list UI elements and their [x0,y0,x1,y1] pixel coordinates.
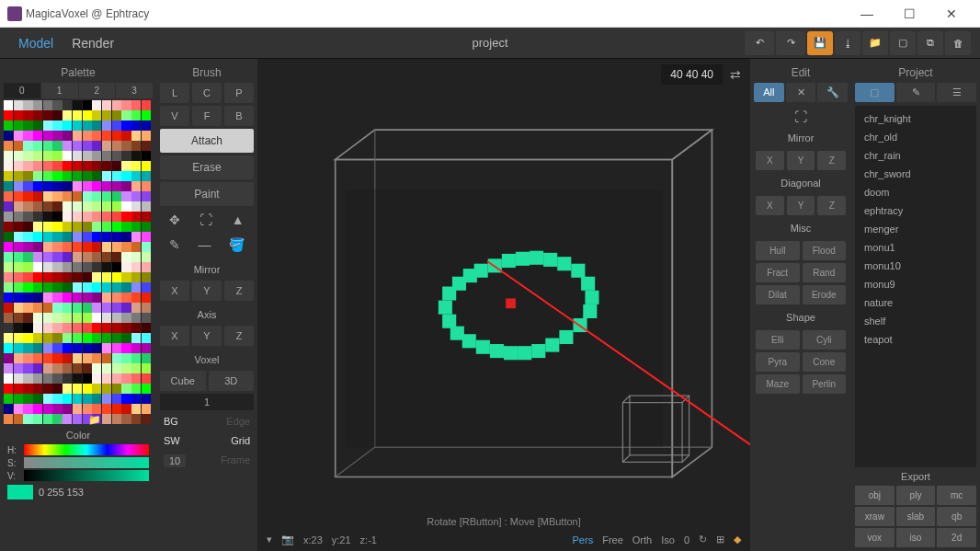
viewport[interactable]: 40 40 40 ⇄ [257,59,750,551]
bg-toggle[interactable]: BG [164,416,178,427]
btn-dilat[interactable]: Dilat [756,285,800,304]
camera-icon[interactable]: 📷 [281,534,294,545]
btn-maze[interactable]: Maze [756,374,800,394]
brush-V[interactable]: V [160,106,189,126]
export-iso[interactable]: iso [896,528,936,547]
copy-button[interactable]: ⧉ [917,31,943,55]
palette-export-icon[interactable]: ⭳ [56,414,66,426]
move-icon[interactable]: ✥ [169,212,180,227]
hue-slider[interactable] [24,444,149,455]
maximize-button[interactable]: ☐ [888,0,930,28]
edge-toggle[interactable]: Edge [226,416,250,427]
export-vox[interactable]: vox [855,528,895,547]
grid-num[interactable]: 10 [164,454,186,467]
redo-button[interactable]: ↷ [776,31,805,55]
undo-button[interactable]: ↶ [745,31,774,55]
brush-C[interactable]: C [192,83,222,103]
palette-tab-1[interactable]: 1 [41,83,78,98]
edit-all[interactable]: All [754,83,784,102]
palette-tab-2[interactable]: 2 [79,83,116,98]
proj-brush-icon[interactable]: ✎ [896,83,936,102]
btn-cone[interactable]: Cone [803,352,847,372]
axis-x[interactable]: X [160,326,189,346]
palette-import-icon[interactable]: 📁 [88,414,101,426]
export-xraw[interactable]: xraw [855,507,895,526]
btn-rand[interactable]: Rand [803,263,847,282]
voxel-size[interactable]: 1 [160,394,254,410]
swap-icon[interactable]: ⇄ [730,67,741,82]
tab-model[interactable]: Model [9,32,63,54]
project-item[interactable]: doom [859,183,973,201]
btn-cyli[interactable]: Cyli [803,330,847,350]
view-iso[interactable]: Iso [661,534,675,545]
voxel-3d[interactable]: 3D [209,371,255,391]
export-slab[interactable]: slab [896,507,936,526]
proj-folder-icon[interactable]: ▢ [855,83,895,102]
minimize-button[interactable]: — [846,0,888,28]
export-obj[interactable]: obj [855,486,895,505]
btn-hull[interactable]: Hull [756,241,800,260]
palette-tab-3[interactable]: 3 [116,83,153,98]
export-ply[interactable]: ply [896,486,936,505]
edit-expand-icon[interactable]: ✕ [786,83,816,102]
tab-render[interactable]: Render [63,32,123,54]
refresh-icon[interactable]: ↻ [699,534,707,545]
brush-P[interactable]: P [224,83,254,103]
palette-tab-0[interactable]: 0 [4,83,40,98]
val-slider[interactable] [24,470,149,481]
btn-elli[interactable]: Elli [756,330,800,350]
project-item[interactable]: chr_rain [859,146,973,165]
color-swatch[interactable] [7,485,33,499]
btn-perlin[interactable]: Perlin [803,374,847,394]
export-2d[interactable]: 2d [937,528,976,547]
mirror-y[interactable]: Y [192,281,222,301]
palette-grid[interactable] [4,100,151,408]
download-button[interactable]: ⭳ [835,31,860,55]
axis-z[interactable]: Z [224,326,254,346]
mode-attach[interactable]: Attach [160,129,254,153]
brush-F[interactable]: F [192,106,222,126]
picker-icon[interactable]: ✎ [169,237,180,252]
project-item[interactable]: ephtracy [859,201,973,220]
btn-pyra[interactable]: Pyra [756,352,800,372]
project-item[interactable]: monu9 [859,275,973,293]
axis-y[interactable]: Y [192,326,222,346]
project-item[interactable]: menger [859,220,973,238]
btn-fract[interactable]: Fract [756,263,800,282]
edit-mirror-x[interactable]: X [756,151,784,170]
new-button[interactable]: ▢ [890,31,916,55]
mode-paint[interactable]: Paint [160,182,254,206]
close-button[interactable]: ✕ [930,0,973,28]
btn-erode[interactable]: Erode [803,285,847,304]
mode-erase[interactable]: Erase [160,155,254,179]
project-item[interactable]: chr_sword [859,165,973,183]
voxel-cube[interactable]: Cube [160,371,206,391]
grid-icon[interactable]: ⊞ [716,534,724,545]
view-zero[interactable]: 0 [684,534,689,545]
btn-flood[interactable]: Flood [803,241,847,260]
brush-B[interactable]: B [224,106,254,126]
fullscreen-icon[interactable]: ⛶ [794,109,807,124]
mirror-z[interactable]: Z [224,281,254,301]
view-orth[interactable]: Orth [632,534,652,545]
cursor-icon[interactable]: ▲ [232,212,245,227]
export-qb[interactable]: qb [937,507,976,526]
project-item[interactable]: chr_old [859,128,973,146]
grid-toggle[interactable]: Grid [231,435,250,446]
cube-icon[interactable]: ◆ [734,534,741,545]
edit-diag-x[interactable]: X [756,196,784,215]
project-list[interactable]: chr_knightchr_oldchr_rainchr_sworddoomep… [855,106,976,467]
mirror-x[interactable]: X [160,281,189,301]
dimensions[interactable]: 40 40 40 [661,64,723,85]
project-item[interactable]: teapot [859,330,973,349]
remove-icon[interactable]: — [198,237,211,252]
project-item[interactable]: nature [859,293,973,312]
delete-button[interactable]: 🗑 [945,31,971,55]
edit-diag-z[interactable]: Z [817,196,846,215]
frame-toggle[interactable]: Frame [221,454,250,467]
edit-tools-icon[interactable]: 🔧 [817,83,848,102]
project-item[interactable]: chr_knight [859,109,973,128]
project-item[interactable]: monu1 [859,238,973,257]
view-free[interactable]: Free [602,534,623,545]
edit-mirror-y[interactable]: Y [787,151,815,170]
